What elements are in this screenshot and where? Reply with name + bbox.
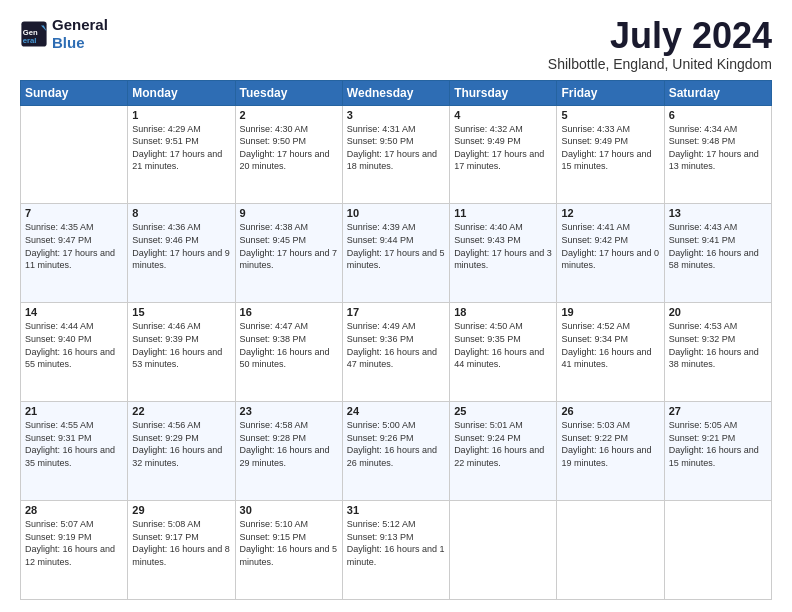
day-number: 4 — [454, 109, 552, 121]
day-number: 3 — [347, 109, 445, 121]
calendar-cell: 6Sunrise: 4:34 AMSunset: 9:48 PMDaylight… — [664, 105, 771, 204]
calendar-cell: 24Sunrise: 5:00 AMSunset: 9:26 PMDayligh… — [342, 402, 449, 501]
day-number: 17 — [347, 306, 445, 318]
day-info: Sunrise: 4:33 AMSunset: 9:49 PMDaylight:… — [561, 123, 659, 173]
calendar-cell: 17Sunrise: 4:49 AMSunset: 9:36 PMDayligh… — [342, 303, 449, 402]
day-number: 14 — [25, 306, 123, 318]
day-info: Sunrise: 4:32 AMSunset: 9:49 PMDaylight:… — [454, 123, 552, 173]
col-monday: Monday — [128, 80, 235, 105]
day-info: Sunrise: 5:10 AMSunset: 9:15 PMDaylight:… — [240, 518, 338, 568]
day-number: 7 — [25, 207, 123, 219]
day-info: Sunrise: 5:03 AMSunset: 9:22 PMDaylight:… — [561, 419, 659, 469]
calendar-cell: 29Sunrise: 5:08 AMSunset: 9:17 PMDayligh… — [128, 501, 235, 600]
day-info: Sunrise: 4:52 AMSunset: 9:34 PMDaylight:… — [561, 320, 659, 370]
calendar-week-2: 7Sunrise: 4:35 AMSunset: 9:47 PMDaylight… — [21, 204, 772, 303]
day-number: 30 — [240, 504, 338, 516]
calendar-cell: 14Sunrise: 4:44 AMSunset: 9:40 PMDayligh… — [21, 303, 128, 402]
day-info: Sunrise: 5:12 AMSunset: 9:13 PMDaylight:… — [347, 518, 445, 568]
day-info: Sunrise: 5:05 AMSunset: 9:21 PMDaylight:… — [669, 419, 767, 469]
calendar-cell: 26Sunrise: 5:03 AMSunset: 9:22 PMDayligh… — [557, 402, 664, 501]
day-info: Sunrise: 4:50 AMSunset: 9:35 PMDaylight:… — [454, 320, 552, 370]
logo-icon: Gen eral — [20, 20, 48, 48]
page: Gen eral General Blue July 2024 Shilbott… — [0, 0, 792, 612]
day-number: 1 — [132, 109, 230, 121]
calendar-cell: 27Sunrise: 5:05 AMSunset: 9:21 PMDayligh… — [664, 402, 771, 501]
calendar-week-4: 21Sunrise: 4:55 AMSunset: 9:31 PMDayligh… — [21, 402, 772, 501]
day-number: 24 — [347, 405, 445, 417]
calendar-week-5: 28Sunrise: 5:07 AMSunset: 9:19 PMDayligh… — [21, 501, 772, 600]
calendar-cell: 20Sunrise: 4:53 AMSunset: 9:32 PMDayligh… — [664, 303, 771, 402]
calendar-cell: 10Sunrise: 4:39 AMSunset: 9:44 PMDayligh… — [342, 204, 449, 303]
calendar-cell: 31Sunrise: 5:12 AMSunset: 9:13 PMDayligh… — [342, 501, 449, 600]
day-info: Sunrise: 4:29 AMSunset: 9:51 PMDaylight:… — [132, 123, 230, 173]
col-thursday: Thursday — [450, 80, 557, 105]
calendar-cell: 25Sunrise: 5:01 AMSunset: 9:24 PMDayligh… — [450, 402, 557, 501]
day-number: 10 — [347, 207, 445, 219]
calendar-cell — [21, 105, 128, 204]
day-number: 23 — [240, 405, 338, 417]
day-number: 29 — [132, 504, 230, 516]
day-info: Sunrise: 4:41 AMSunset: 9:42 PMDaylight:… — [561, 221, 659, 271]
day-info: Sunrise: 5:01 AMSunset: 9:24 PMDaylight:… — [454, 419, 552, 469]
day-number: 9 — [240, 207, 338, 219]
day-number: 26 — [561, 405, 659, 417]
col-sunday: Sunday — [21, 80, 128, 105]
day-number: 21 — [25, 405, 123, 417]
logo-line2: Blue — [52, 34, 108, 52]
day-info: Sunrise: 4:34 AMSunset: 9:48 PMDaylight:… — [669, 123, 767, 173]
calendar-cell: 12Sunrise: 4:41 AMSunset: 9:42 PMDayligh… — [557, 204, 664, 303]
svg-text:eral: eral — [23, 36, 37, 45]
day-info: Sunrise: 5:07 AMSunset: 9:19 PMDaylight:… — [25, 518, 123, 568]
day-number: 25 — [454, 405, 552, 417]
day-number: 8 — [132, 207, 230, 219]
day-info: Sunrise: 4:31 AMSunset: 9:50 PMDaylight:… — [347, 123, 445, 173]
day-info: Sunrise: 4:38 AMSunset: 9:45 PMDaylight:… — [240, 221, 338, 271]
col-tuesday: Tuesday — [235, 80, 342, 105]
logo-line1: General — [52, 16, 108, 34]
calendar-week-3: 14Sunrise: 4:44 AMSunset: 9:40 PMDayligh… — [21, 303, 772, 402]
calendar-cell: 23Sunrise: 4:58 AMSunset: 9:28 PMDayligh… — [235, 402, 342, 501]
col-saturday: Saturday — [664, 80, 771, 105]
day-info: Sunrise: 4:40 AMSunset: 9:43 PMDaylight:… — [454, 221, 552, 271]
day-number: 13 — [669, 207, 767, 219]
calendar-cell: 4Sunrise: 4:32 AMSunset: 9:49 PMDaylight… — [450, 105, 557, 204]
calendar-cell: 11Sunrise: 4:40 AMSunset: 9:43 PMDayligh… — [450, 204, 557, 303]
day-number: 28 — [25, 504, 123, 516]
day-info: Sunrise: 4:36 AMSunset: 9:46 PMDaylight:… — [132, 221, 230, 271]
day-info: Sunrise: 5:00 AMSunset: 9:26 PMDaylight:… — [347, 419, 445, 469]
calendar-cell: 30Sunrise: 5:10 AMSunset: 9:15 PMDayligh… — [235, 501, 342, 600]
col-friday: Friday — [557, 80, 664, 105]
day-number: 27 — [669, 405, 767, 417]
day-info: Sunrise: 4:55 AMSunset: 9:31 PMDaylight:… — [25, 419, 123, 469]
day-info: Sunrise: 4:35 AMSunset: 9:47 PMDaylight:… — [25, 221, 123, 271]
calendar-cell: 16Sunrise: 4:47 AMSunset: 9:38 PMDayligh… — [235, 303, 342, 402]
day-info: Sunrise: 4:39 AMSunset: 9:44 PMDaylight:… — [347, 221, 445, 271]
day-info: Sunrise: 4:46 AMSunset: 9:39 PMDaylight:… — [132, 320, 230, 370]
header: Gen eral General Blue July 2024 Shilbott… — [20, 16, 772, 72]
day-info: Sunrise: 4:44 AMSunset: 9:40 PMDaylight:… — [25, 320, 123, 370]
calendar-cell — [557, 501, 664, 600]
calendar-cell: 15Sunrise: 4:46 AMSunset: 9:39 PMDayligh… — [128, 303, 235, 402]
day-info: Sunrise: 4:58 AMSunset: 9:28 PMDaylight:… — [240, 419, 338, 469]
day-number: 11 — [454, 207, 552, 219]
day-number: 20 — [669, 306, 767, 318]
title-block: July 2024 Shilbottle, England, United Ki… — [548, 16, 772, 72]
calendar-cell: 8Sunrise: 4:36 AMSunset: 9:46 PMDaylight… — [128, 204, 235, 303]
day-number: 6 — [669, 109, 767, 121]
day-number: 12 — [561, 207, 659, 219]
calendar-cell: 18Sunrise: 4:50 AMSunset: 9:35 PMDayligh… — [450, 303, 557, 402]
day-number: 19 — [561, 306, 659, 318]
calendar-cell: 5Sunrise: 4:33 AMSunset: 9:49 PMDaylight… — [557, 105, 664, 204]
day-info: Sunrise: 4:49 AMSunset: 9:36 PMDaylight:… — [347, 320, 445, 370]
calendar-cell: 9Sunrise: 4:38 AMSunset: 9:45 PMDaylight… — [235, 204, 342, 303]
day-number: 15 — [132, 306, 230, 318]
day-number: 18 — [454, 306, 552, 318]
day-number: 31 — [347, 504, 445, 516]
day-info: Sunrise: 4:43 AMSunset: 9:41 PMDaylight:… — [669, 221, 767, 271]
calendar-cell — [450, 501, 557, 600]
main-title: July 2024 — [548, 16, 772, 56]
col-wednesday: Wednesday — [342, 80, 449, 105]
calendar-cell: 13Sunrise: 4:43 AMSunset: 9:41 PMDayligh… — [664, 204, 771, 303]
day-number: 5 — [561, 109, 659, 121]
calendar-cell: 21Sunrise: 4:55 AMSunset: 9:31 PMDayligh… — [21, 402, 128, 501]
